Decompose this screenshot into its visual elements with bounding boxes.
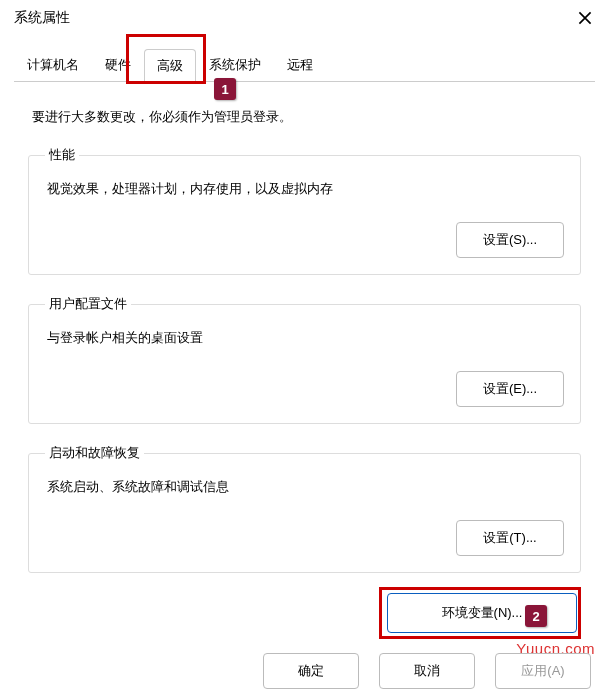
close-button[interactable] — [575, 8, 595, 28]
ok-button[interactable]: 确定 — [263, 653, 359, 689]
admin-intro-text: 要进行大多数更改，你必须作为管理员登录。 — [32, 108, 577, 126]
apply-button[interactable]: 应用(A) — [495, 653, 591, 689]
group-startup-recovery-legend: 启动和故障恢复 — [45, 444, 144, 462]
window-title: 系统属性 — [14, 9, 70, 27]
tab-advanced[interactable]: 高级 — [144, 49, 196, 82]
user-profiles-desc: 与登录帐户相关的桌面设置 — [47, 329, 562, 347]
group-user-profiles-legend: 用户配置文件 — [45, 295, 131, 313]
tab-system-protection[interactable]: 系统保护 — [196, 48, 274, 81]
performance-desc: 视觉效果，处理器计划，内存使用，以及虚拟内存 — [47, 180, 562, 198]
cancel-button[interactable]: 取消 — [379, 653, 475, 689]
group-performance: 性能 视觉效果，处理器计划，内存使用，以及虚拟内存 设置(S)... — [28, 146, 581, 275]
group-performance-legend: 性能 — [45, 146, 79, 164]
startup-recovery-settings-button[interactable]: 设置(T)... — [456, 520, 564, 556]
tab-computer-name[interactable]: 计算机名 — [14, 48, 92, 81]
tab-content-advanced: 要进行大多数更改，你必须作为管理员登录。 性能 视觉效果，处理器计划，内存使用，… — [0, 82, 609, 643]
environment-variables-button[interactable]: 环境变量(N)... — [387, 593, 577, 633]
dialog-footer: 确定 取消 应用(A) — [263, 653, 591, 689]
group-startup-recovery: 启动和故障恢复 系统启动、系统故障和调试信息 设置(T)... — [28, 444, 581, 573]
performance-settings-button[interactable]: 设置(S)... — [456, 222, 564, 258]
close-icon — [578, 11, 592, 25]
tab-bar: 计算机名 硬件 高级 系统保护 远程 — [14, 48, 595, 82]
user-profiles-settings-button[interactable]: 设置(E)... — [456, 371, 564, 407]
tab-hardware[interactable]: 硬件 — [92, 48, 144, 81]
tab-remote[interactable]: 远程 — [274, 48, 326, 81]
startup-recovery-desc: 系统启动、系统故障和调试信息 — [47, 478, 562, 496]
group-user-profiles: 用户配置文件 与登录帐户相关的桌面设置 设置(E)... — [28, 295, 581, 424]
